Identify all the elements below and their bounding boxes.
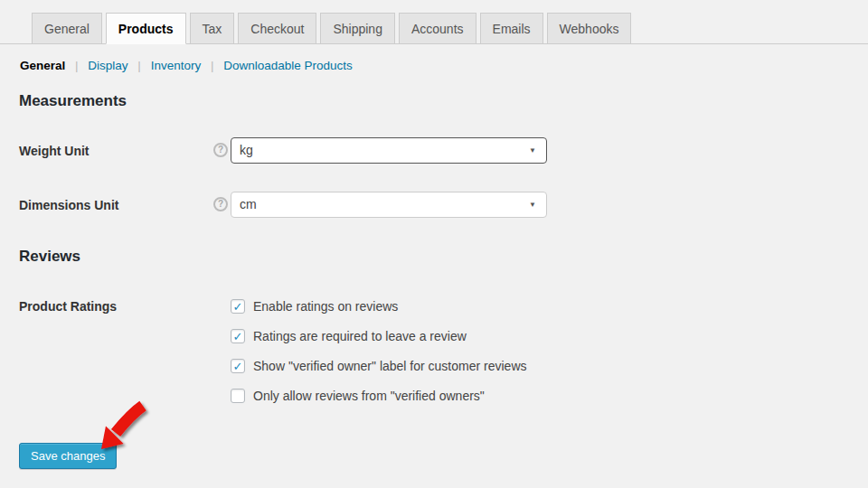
weight-unit-select[interactable]: kg ▼ [231, 137, 547, 164]
subnav-separator: | [204, 59, 221, 72]
product-ratings-label: Product Ratings [19, 299, 117, 314]
checkbox-row-ratings-required: ✓ Ratings are required to leave a review [231, 328, 467, 344]
checkbox-label: Show "verified owner" label for customer… [253, 359, 527, 373]
tab-emails[interactable]: Emails [480, 13, 543, 44]
save-changes-button[interactable]: Save changes [19, 443, 117, 469]
settings-tab-bar: GeneralProductsTaxCheckoutShippingAccoun… [0, 0, 868, 44]
dimensions-unit-value: cm [240, 197, 257, 211]
subnav-item-general[interactable]: General [20, 59, 65, 72]
chevron-down-icon: ▼ [529, 192, 536, 217]
tab-accounts[interactable]: Accounts [399, 13, 476, 44]
checkbox-row-only-verified-owners: Only allow reviews from "verified owners… [231, 388, 485, 404]
ratings-required-checkbox[interactable]: ✓ [231, 329, 245, 343]
reviews-heading: Reviews [19, 248, 80, 266]
subnav-item-downloadable-products[interactable]: Downloadable Products [223, 59, 353, 72]
woocommerce-settings-page: GeneralProductsTaxCheckoutShippingAccoun… [0, 0, 868, 488]
subnav-separator: | [69, 59, 85, 72]
checkbox-label: Enable ratings on reviews [253, 299, 398, 314]
tab-webhooks[interactable]: Webhooks [547, 13, 632, 44]
tab-products[interactable]: Products [106, 13, 186, 44]
chevron-down-icon: ▼ [529, 138, 536, 163]
tab-checkout[interactable]: Checkout [238, 13, 316, 44]
products-subnav: General | Display | Inventory | Download… [20, 59, 353, 72]
measurements-heading: Measurements [19, 92, 127, 110]
checkbox-label: Ratings are required to leave a review [253, 329, 467, 343]
verified-owner-label-checkbox[interactable]: ✓ [231, 359, 245, 373]
tab-tax[interactable]: Tax [190, 13, 235, 44]
enable-ratings-checkbox[interactable]: ✓ [231, 299, 245, 314]
subnav-item-inventory[interactable]: Inventory [151, 59, 202, 72]
checkbox-row-verified-owner-label: ✓ Show "verified owner" label for custom… [231, 358, 527, 374]
weight-unit-label: Weight Unit [19, 144, 90, 158]
dimensions-unit-label: Dimensions Unit [19, 198, 118, 212]
only-verified-owners-checkbox[interactable] [231, 389, 245, 403]
subnav-separator: | [131, 59, 147, 72]
checkbox-label: Only allow reviews from "verified owners… [253, 389, 485, 403]
weight-unit-help-icon[interactable]: ? [213, 143, 228, 157]
tab-shipping[interactable]: Shipping [320, 13, 395, 44]
weight-unit-value: kg [240, 143, 253, 157]
subnav-item-display[interactable]: Display [88, 59, 127, 72]
dimensions-unit-help-icon[interactable]: ? [213, 197, 228, 211]
checkbox-row-enable-ratings: ✓ Enable ratings on reviews [231, 298, 398, 314]
tab-general[interactable]: General [32, 13, 102, 44]
dimensions-unit-select[interactable]: cm ▼ [231, 192, 547, 218]
